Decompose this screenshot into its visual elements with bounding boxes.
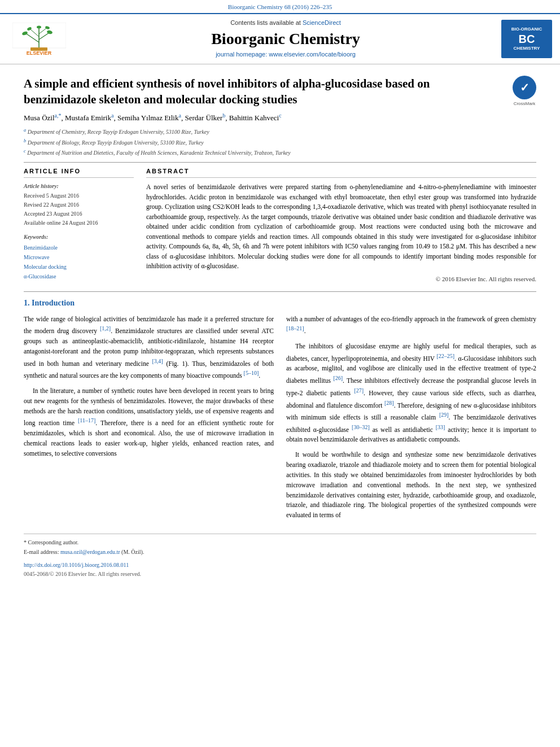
email-label: E-mail address: [24, 549, 59, 555]
footnote-corresponding: * Corresponding author. [24, 538, 536, 547]
history-received: Received 5 August 2016 [24, 191, 134, 200]
author-bahittin: Bahittin Kahveci [229, 114, 279, 123]
journal-header: ELSEVIER Contents lists available at Sci… [0, 13, 560, 64]
affil-2: b Department of Biology, Recep Tayyip Er… [24, 139, 204, 146]
journal-citation: Bioorganic Chemistry 68 (2016) 226–235 [228, 3, 332, 10]
article-body: A simple and efficient synthesis of nove… [0, 64, 560, 585]
bioorganic-logo: BIO-ORGANIC BC CHEMISTRY [501, 20, 552, 58]
svg-point-10 [37, 26, 41, 29]
abstract-header: ABSTRACT [146, 167, 536, 178]
bioorganic-logo-text: BIO-ORGANIC BC CHEMISTRY [511, 27, 542, 52]
ref-26: [26] [333, 375, 343, 381]
crossmark-label: CrossMark [514, 101, 536, 107]
keyword-4: α-Glucosidase [24, 272, 134, 281]
footnotes-area: * Corresponding author. E-mail address: … [24, 534, 536, 557]
author-serdar: Serdar Ülker [185, 114, 222, 123]
ref-11-17: [11–17] [78, 417, 95, 423]
author-mustafa: Mustafa Emirik [65, 114, 111, 123]
author-bahittin-sup: c [279, 112, 281, 119]
footnote-email: E-mail address: musa.ozil@erdogan.edu.tr… [24, 547, 536, 557]
intro-para-5: It would be worthwhile to design and syn… [286, 450, 536, 521]
ref-18-21: [18–21] [286, 325, 304, 331]
journal-name-display: Bioorganic Chemistry [76, 29, 496, 49]
separator-1 [24, 162, 536, 163]
keyword-3: Molecular docking [24, 262, 134, 272]
article-info-abstract: ARTICLE INFO Article history: Received 5… [24, 167, 536, 283]
doi-issn-area: http://dx.doi.org/10.1016/j.bioorg.2016.… [24, 561, 536, 578]
intro-two-columns: The wide range of biological activities … [24, 314, 536, 526]
author-serdar-sup: b [222, 112, 225, 119]
keywords-block: Keywords: Benzimidazole Microwave Molecu… [24, 233, 134, 281]
intro-para-1: The wide range of biological activities … [24, 314, 274, 381]
intro-col-right: with a number of advantages of the eco-f… [286, 314, 536, 526]
ref-3-4: [3,4] [152, 358, 163, 364]
abstract-copyright: © 2016 Elsevier Inc. All rights reserved… [146, 275, 536, 283]
ref-22-25: [22–25] [436, 353, 454, 359]
history-online: Available online 24 August 2016 [24, 219, 134, 228]
intro-para-4: The inhibitors of glucosidase enzyme are… [286, 342, 536, 445]
authors-line: Musa Özila,*, Mustafa Emirika, Semiha Yı… [24, 112, 536, 124]
contents-line: Contents lists available at ScienceDirec… [76, 19, 496, 27]
doi-link[interactable]: http://dx.doi.org/10.1016/j.bioorg.2016.… [24, 561, 536, 569]
article-history-block: Article history: Received 5 August 2016 … [24, 182, 134, 228]
ref-5-10: [5–10] [244, 370, 259, 376]
article-info-column: ARTICLE INFO Article history: Received 5… [24, 167, 134, 283]
abstract-column: ABSTRACT A novel series of benzimidazole… [146, 167, 536, 283]
intro-para-2: In the literature, a number of synthetic… [24, 386, 274, 459]
section-title: 1. Introduction [24, 298, 536, 309]
history-header: Article history: [24, 182, 134, 190]
separator-2 [24, 291, 536, 292]
keyword-1: Benzimidazole [24, 243, 134, 252]
issn-line: 0045-2068/© 2016 Elsevier Inc. All right… [24, 570, 536, 578]
email-link[interactable]: musa.ozil@erdogan.edu.tr [60, 549, 120, 555]
author-musa: Musa Özil [24, 114, 55, 123]
history-revised: Revised 22 August 2016 [24, 200, 134, 209]
journal-title-center: Contents lists available at ScienceDirec… [70, 19, 501, 59]
author-mustafa-sup: a [111, 112, 113, 119]
article-info-header: ARTICLE INFO [24, 167, 134, 178]
ref-29: [29] [439, 412, 449, 418]
author-musa-sup: a,* [55, 112, 62, 119]
elsevier-logo-container: ELSEVIER [8, 23, 70, 55]
affil-3: c Department of Nutrition and Dietetics,… [24, 150, 291, 156]
elsevier-logo-svg: ELSEVIER [12, 23, 66, 55]
ref-30-32: [30–32] [352, 424, 370, 430]
affiliations-block: a Department of Chemistry, Recep Tayyip … [24, 126, 536, 158]
history-accepted: Accepted 23 August 2016 [24, 209, 134, 219]
keywords-header: Keywords: [24, 233, 134, 241]
intro-col-left: The wide range of biological activities … [24, 314, 274, 526]
email-name: (M. Özil). [121, 549, 144, 555]
article-title: A simple and efficient synthesis of nove… [24, 76, 536, 108]
crossmark-circle: ✓ [513, 76, 536, 99]
intro-para-3: with a number of advantages of the eco-f… [286, 314, 536, 337]
ref-1-2: [1,2] [100, 325, 111, 331]
ref-28: [28] [384, 400, 394, 406]
sciencedirect-link[interactable]: ScienceDirect [303, 19, 341, 26]
crossmark-badge[interactable]: ✓ CrossMark [513, 76, 536, 107]
introduction-section: 1. Introduction The wide range of biolog… [24, 298, 536, 526]
svg-text:ELSEVIER: ELSEVIER [26, 50, 51, 55]
ref-33: [33] [436, 424, 445, 430]
author-semiha-sup: a [178, 112, 181, 119]
abstract-text: A novel series of benzimidazole derivati… [146, 182, 536, 271]
keyword-2: Microwave [24, 252, 134, 262]
journal-homepage: journal homepage: www.elsevier.com/locat… [76, 50, 496, 59]
ref-27: [27] [354, 387, 364, 394]
author-semiha: Semiha Yılmaz Etlik [117, 114, 179, 123]
affil-1: a Department of Chemistry, Recep Tayyip … [24, 129, 209, 135]
journal-citation-bar: Bioorganic Chemistry 68 (2016) 226–235 [0, 0, 560, 13]
